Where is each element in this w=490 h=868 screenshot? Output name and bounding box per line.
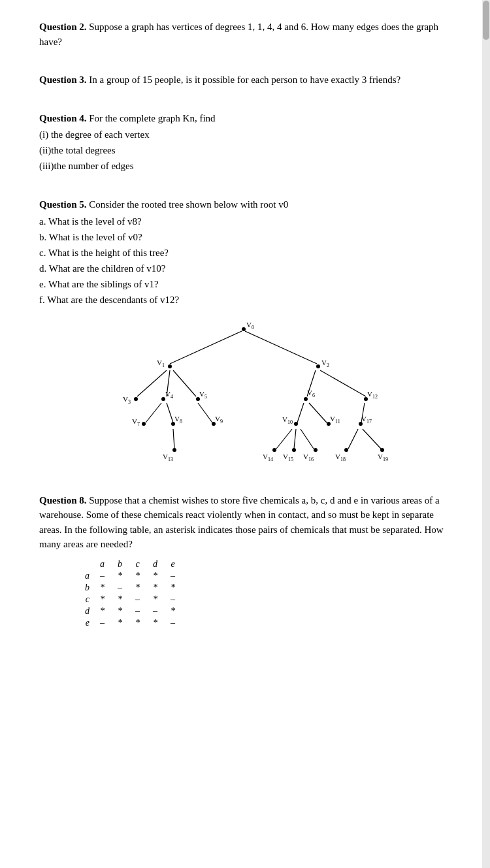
svg-line-12 (309, 403, 327, 423)
svg-line-17 (348, 429, 358, 449)
question-2-block: Question 2. Suppose a graph has vertices… (39, 20, 451, 49)
svg-point-31 (294, 422, 298, 426)
svg-line-4 (173, 370, 196, 396)
svg-text:V2: V2 (321, 359, 329, 368)
svg-point-22 (134, 397, 138, 401)
chem-table-section: a b c d e a – * * * – b * – * * * (39, 558, 451, 629)
question-2-label: Question 2. (39, 22, 87, 32)
svg-point-21 (316, 364, 320, 368)
cell-ab: * (111, 570, 129, 582)
question-5-items: a. What is the level of v8? b. What is t… (39, 214, 451, 308)
svg-point-20 (168, 364, 172, 368)
cell-bd: * (146, 582, 164, 594)
question-4-label: Question 4. (39, 113, 87, 123)
svg-text:V16: V16 (303, 453, 314, 462)
svg-text:V4: V4 (165, 390, 173, 400)
svg-line-2 (137, 370, 167, 396)
row-label-c: c (78, 594, 93, 605)
question-2-body: Suppose a graph has vertices of degrees … (39, 22, 438, 47)
chem-row-d: d * * – – * (78, 605, 182, 617)
svg-text:V12: V12 (367, 390, 378, 400)
svg-text:V18: V18 (335, 453, 346, 462)
svg-text:V13: V13 (163, 453, 173, 462)
svg-point-35 (292, 448, 296, 452)
scrollbar-thumb[interactable] (483, 1, 489, 40)
q5-item-e: e. What are the siblings of v1? (39, 276, 451, 292)
cell-cb: * (111, 594, 129, 605)
svg-line-18 (363, 429, 381, 449)
svg-line-15 (301, 429, 314, 449)
svg-line-10 (320, 370, 366, 396)
chem-row-e: e – * * * – (78, 617, 182, 629)
question-8-label: Question 8. (39, 495, 87, 506)
q5-item-d: d. What are the children of v10? (39, 261, 451, 276)
q5-item-c: c. What is the height of this tree? (39, 245, 451, 261)
svg-text:V17: V17 (361, 415, 372, 425)
scrollbar[interactable] (482, 0, 490, 868)
svg-text:V19: V19 (378, 453, 388, 462)
svg-text:V9: V9 (215, 415, 223, 425)
cell-ce: – (164, 594, 182, 605)
question-5-body: Consider the rooted tree shown below wit… (87, 199, 289, 210)
cell-ee: – (164, 617, 182, 629)
question-4-items: (i) the degree of each vertex (ii)the to… (39, 127, 451, 174)
svg-line-7 (173, 429, 174, 449)
svg-text:V11: V11 (330, 415, 340, 425)
chem-row-b: b * – * * * (78, 582, 182, 594)
tree-diagram: V0 V1 V2 V3 V4 V5 V6 V7 V8 V9 V10 V11 V1… (75, 319, 415, 470)
q5-item-a: a. What is the level of v8? (39, 214, 451, 229)
svg-text:V10: V10 (282, 415, 293, 425)
question-2-text: Question 2. Suppose a graph has vertices… (39, 20, 451, 49)
svg-point-38 (380, 448, 384, 452)
question-4-block: Question 4. For the complete graph Kn, f… (39, 111, 451, 174)
question-3-text: Question 3. In a group of 15 people, is … (39, 72, 451, 88)
row-label-b: b (78, 582, 93, 594)
svg-text:V6: V6 (307, 389, 315, 398)
cell-ca: * (93, 594, 111, 605)
chem-row-a: a – * * * – (78, 570, 182, 582)
svg-point-28 (172, 448, 176, 452)
svg-line-5 (146, 403, 161, 423)
question-5-text: Question 5. Consider the rooted tree sho… (39, 197, 451, 212)
cell-dd: – (146, 605, 164, 617)
cell-bc: * (129, 582, 146, 594)
svg-line-8 (198, 403, 212, 423)
cell-ed: * (146, 617, 164, 629)
q4-item-2: (ii)the total degrees (39, 142, 451, 158)
svg-point-19 (242, 327, 246, 331)
chem-row-c: c * * – * – (78, 594, 182, 605)
svg-point-34 (272, 448, 276, 452)
svg-text:V5: V5 (199, 390, 207, 400)
cell-db: * (111, 605, 129, 617)
row-label-e: e (78, 617, 93, 629)
row-label-a: a (78, 570, 93, 582)
cell-eb: * (111, 617, 129, 629)
question-4-body: For the complete graph Kn, find (87, 113, 216, 123)
svg-text:V8: V8 (174, 415, 182, 425)
question-8-text: Question 8. Suppose that a chemist wishe… (39, 493, 451, 552)
svg-line-1 (245, 331, 317, 364)
question-3-label: Question 3. (39, 74, 87, 85)
question-3-body: In a group of 15 people, is it possible … (87, 74, 401, 85)
chem-table: a b c d e a – * * * – b * – * * * (78, 558, 182, 629)
header-c: c (129, 558, 146, 570)
header-d: d (146, 558, 164, 570)
svg-point-36 (314, 448, 318, 452)
cell-ba: * (93, 582, 111, 594)
svg-text:V3: V3 (123, 395, 131, 405)
svg-text:V0: V0 (246, 321, 254, 330)
svg-line-13 (276, 429, 292, 449)
svg-line-6 (167, 403, 173, 423)
q5-item-f: f. What are the descendants of v12? (39, 292, 451, 308)
cell-be: * (164, 582, 182, 594)
row-label-d: d (78, 605, 93, 617)
cell-ae: – (164, 570, 182, 582)
header-e: e (164, 558, 182, 570)
chem-header-row: a b c d e (78, 558, 182, 570)
cell-dc: – (129, 605, 146, 617)
question-3-block: Question 3. In a group of 15 people, is … (39, 72, 451, 88)
question-8-body: Suppose that a chemist wishes to store f… (39, 495, 444, 550)
cell-ad: * (146, 570, 164, 582)
svg-text:V15: V15 (283, 453, 293, 462)
svg-line-14 (294, 429, 296, 449)
